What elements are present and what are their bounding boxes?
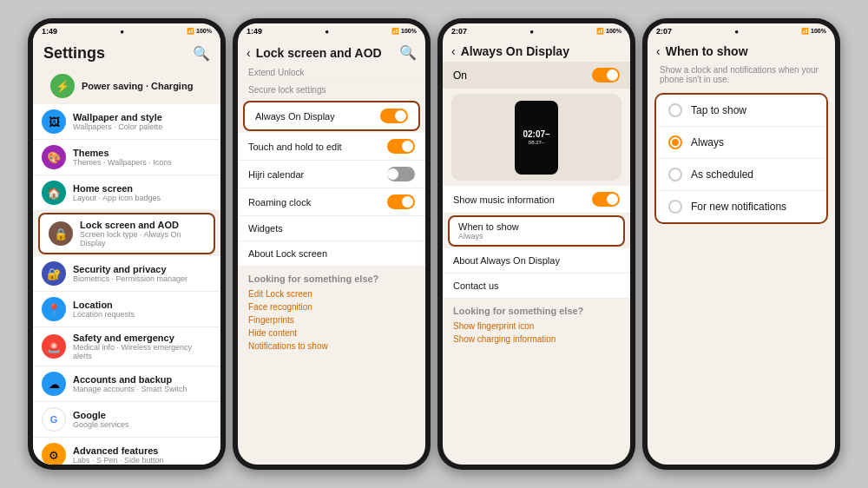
item-text-lockscreen: Lock screen and AOD Screen lock type · A… <box>80 220 205 247</box>
item-safety[interactable]: 🚨 Safety and emergency Medical info · Wi… <box>33 327 220 366</box>
option-always[interactable]: Always <box>656 127 826 159</box>
item-accounts[interactable]: ☁ Accounts and backup Manage accounts · … <box>33 366 220 402</box>
icon-accounts: ☁ <box>42 372 66 396</box>
status-bar-1: 1:49 ● 📶 100% <box>33 23 220 37</box>
when-to-show-screen: 2:07 ● 📶 100% ‹ When to show Show a cloc… <box>648 23 835 465</box>
hijri-label: Hijri calendar <box>248 169 304 180</box>
back-arrow-2[interactable]: ‹ <box>247 46 251 60</box>
link-hide-content[interactable]: Hide content <box>248 326 415 340</box>
item-advanced[interactable]: ⚙ Advanced features Labs · S Pen · Side … <box>33 438 220 465</box>
icon-location: 📍 <box>42 297 66 321</box>
screens-container: 1:49 ● 📶 100% Settings 🔍 ⚡ Power saving … <box>19 10 849 478</box>
status-icons-1: 📶 100% <box>187 28 212 35</box>
notch-3: ● <box>529 28 534 36</box>
status-icons-2: 📶 100% <box>391 28 417 35</box>
phone-frame-3: 2:07 ● 📶 100% ‹ Always On Display On 02:… <box>437 18 635 470</box>
row-touch-hold[interactable]: Touch and hold to edit <box>238 133 425 161</box>
nav-header-4: ‹ When to show <box>648 37 835 62</box>
icon-home: 🏠 <box>42 181 66 205</box>
settings-title: Settings <box>43 44 105 63</box>
back-arrow-4[interactable]: ‹ <box>656 44 661 58</box>
lock-screen-aod-screen: 1:49 ● 📶 100% ‹ Lock screen and AOD 🔍 Ex… <box>238 23 425 465</box>
item-text-security: Security and privacy Biometrics · Permis… <box>73 264 212 283</box>
time-2: 1:49 <box>247 27 262 36</box>
screen3-content: On 02:07– 08:27– Show music information … <box>443 62 630 465</box>
aod-toggle[interactable] <box>380 109 408 123</box>
roaming-toggle[interactable] <box>387 195 415 209</box>
icon-security: 🔐 <box>42 261 66 286</box>
when-to-show-label: When to show <box>458 221 615 232</box>
screen4-title: When to show <box>666 44 826 58</box>
music-info-label: Show music information <box>453 195 555 205</box>
preview-date: 08:27– <box>529 140 544 145</box>
link-edit-lock[interactable]: Edit Lock screen <box>248 287 415 300</box>
row-hijri[interactable]: Hijri calendar <box>238 161 425 188</box>
on-toggle[interactable] <box>592 68 620 82</box>
notch-1: ● <box>120 28 124 36</box>
link-notifications[interactable]: Notifications to show <box>248 340 415 353</box>
row-secure-lock[interactable]: Secure lock settings <box>238 82 425 99</box>
option-tap-to-show[interactable]: Tap to show <box>656 95 826 127</box>
item-security[interactable]: 🔐 Security and privacy Biometrics · Perm… <box>33 256 220 292</box>
screen3-title: Always On Display <box>461 44 621 58</box>
search-icon[interactable]: 🔍 <box>193 45 210 62</box>
link-face-recognition[interactable]: Face recognition <box>248 300 415 313</box>
item-text-home: Home screen Layout · App icon badges <box>73 183 212 202</box>
link-fingerprint-icon[interactable]: Show fingerprint icon <box>453 320 620 333</box>
item-power[interactable]: Power saving · Charging <box>82 81 203 91</box>
row-always-on-display[interactable]: Always On Display <box>243 101 420 131</box>
item-home[interactable]: 🏠 Home screen Layout · App icon badges <box>33 175 220 211</box>
row-about-aod[interactable]: About Always On Display <box>443 248 630 274</box>
icon-advanced: ⚙ <box>42 443 66 465</box>
item-themes[interactable]: 🎨 Themes Themes · Wallpapers · Icons <box>33 140 220 175</box>
icon-wallpaper: 🖼 <box>42 109 66 134</box>
looking-title-2: Looking for something else? <box>248 274 415 284</box>
notch-2: ● <box>325 28 329 36</box>
radio-tap-label: Tap to show <box>691 104 746 116</box>
row-contact[interactable]: Contact us <box>443 274 630 299</box>
radio-scheduled-label: As scheduled <box>691 168 753 181</box>
row-music-info[interactable]: Show music information <box>443 186 630 214</box>
aod-screen: 2:07 ● 📶 100% ‹ Always On Display On 02:… <box>443 23 630 465</box>
nav-header-2: ‹ Lock screen and AOD 🔍 <box>238 37 425 64</box>
when-to-show-options: Tap to show Always As scheduled For new … <box>654 93 828 224</box>
back-arrow-3[interactable]: ‹ <box>451 44 456 58</box>
link-fingerprints[interactable]: Fingerprints <box>248 313 415 326</box>
when-to-show-row[interactable]: When to show Always <box>448 215 625 247</box>
item-location[interactable]: 📍 Location Location requests <box>33 292 220 327</box>
phone-frame-1: 1:49 ● 📶 100% Settings 🔍 ⚡ Power saving … <box>28 18 226 470</box>
when-description: Show a clock and notifications when your… <box>648 62 835 89</box>
row-roaming[interactable]: Roaming clock <box>238 188 425 216</box>
time-3: 2:07 <box>451 27 467 36</box>
item-lockscreen[interactable]: 🔒 Lock screen and AOD Screen lock type ·… <box>38 213 215 254</box>
item-text-google: Google Google services <box>73 410 212 429</box>
preview-time: 02:07– <box>523 129 549 139</box>
music-info-toggle[interactable] <box>592 192 620 207</box>
item-wallpaper[interactable]: 🖼 Wallpaper and style Wallpapers · Color… <box>33 104 220 140</box>
settings-screen: 1:49 ● 📶 100% Settings 🔍 ⚡ Power saving … <box>33 23 220 465</box>
status-bar-2: 1:49 ● 📶 100% <box>238 23 425 37</box>
looking-section-3: Looking for something else? Show fingerp… <box>443 299 630 347</box>
touch-hold-toggle[interactable] <box>387 139 415 154</box>
looking-section-2: Looking for something else? Edit Lock sc… <box>238 267 425 354</box>
radio-tap <box>668 103 682 117</box>
item-text-themes: Themes Themes · Wallpapers · Icons <box>73 148 212 167</box>
radio-always <box>668 135 682 149</box>
option-as-scheduled[interactable]: As scheduled <box>656 159 826 191</box>
screen2-title: Lock screen and AOD <box>256 46 394 60</box>
hijri-toggle[interactable] <box>387 167 415 181</box>
item-google[interactable]: G Google Google services <box>33 402 220 438</box>
link-charging-info[interactable]: Show charging information <box>453 333 620 346</box>
search-icon-2[interactable]: 🔍 <box>399 44 417 61</box>
row-extend-unlock[interactable]: Extend Unlock <box>238 64 425 82</box>
item-text-location: Location Location requests <box>73 300 212 319</box>
notch-4: ● <box>734 28 739 36</box>
aod-phone-preview: 02:07– 08:27– <box>515 101 558 175</box>
divider-power: ⚡ Power saving · Charging <box>33 68 220 104</box>
option-new-notifications[interactable]: For new notifications <box>656 191 826 222</box>
screen2-content: Extend Unlock Secure lock settings Alway… <box>238 64 425 465</box>
row-about-lock[interactable]: About Lock screen <box>238 241 425 267</box>
radio-new-notif-label: For new notifications <box>691 201 786 213</box>
row-widgets[interactable]: Widgets <box>238 216 425 241</box>
aod-toggle-label: Always On Display <box>255 111 335 122</box>
